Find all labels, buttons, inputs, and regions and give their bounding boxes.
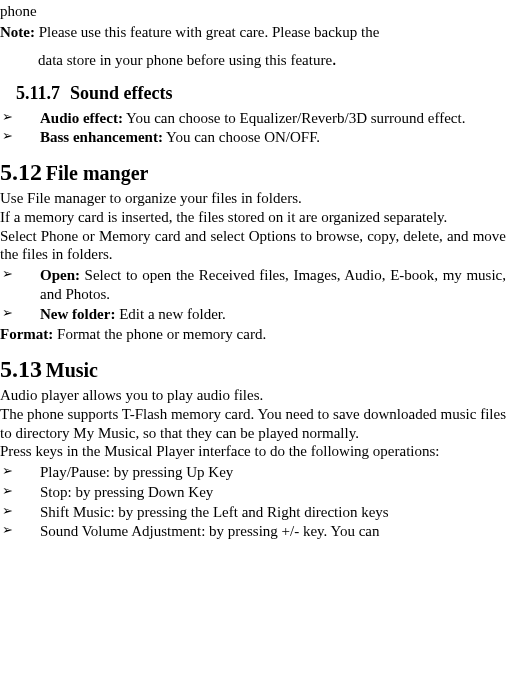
list-item: Stop: by pressing Down Key	[0, 483, 506, 502]
list-item: Play/Pause: by pressing Up Key	[0, 463, 506, 482]
heading-5-13-title: Music	[46, 359, 98, 381]
item-text: Stop: by pressing Down Key	[40, 484, 213, 500]
item-label: Bass enhancement:	[40, 129, 163, 145]
list-item: Audio effect: You can choose to Equalize…	[0, 109, 506, 128]
note-label: Note:	[0, 24, 35, 40]
list-5-11-7: Audio effect: You can choose to Equalize…	[0, 109, 506, 148]
list-5-13: Play/Pause: by pressing Up Key Stop: by …	[0, 463, 506, 541]
note-line-2: data store in your phone before using th…	[38, 48, 506, 71]
note-line-1: Note: Please use this feature with great…	[0, 23, 506, 42]
paragraph-5-13-1: Audio player allows you to play audio fi…	[0, 386, 506, 405]
note-dot: .	[332, 49, 337, 69]
format-label: Format:	[0, 326, 53, 342]
paragraph-5-13-2: The phone supports T-Flash memory card. …	[0, 405, 506, 443]
paragraph-5-12-1: Use File manager to organize your files …	[0, 189, 506, 208]
item-label: Open:	[40, 267, 80, 283]
item-text: You can choose to Equalizer/Reverb/3D su…	[123, 110, 466, 126]
paragraph-5-12-2: If a memory card is inserted, the files …	[0, 208, 506, 227]
item-text: Edit a new folder.	[115, 306, 225, 322]
heading-5-13: 5.13 Music	[0, 354, 506, 384]
item-text: Select to open the Received files, Image…	[40, 267, 506, 302]
heading-5-13-num: 5.13	[0, 356, 42, 382]
format-line: Format: Format the phone or memory card.	[0, 325, 506, 344]
list-item: Sound Volume Adjustment: by pressing +/-…	[0, 522, 506, 541]
heading-5-11-7-title: Sound effects	[70, 83, 173, 103]
note-text-2: data store in your phone before using th…	[38, 52, 332, 68]
heading-5-12: 5.12 File manger	[0, 157, 506, 187]
item-label: New folder:	[40, 306, 115, 322]
heading-5-11-7: 5.11.7Sound effects	[16, 82, 506, 105]
document-page: phone Note: Please use this feature with…	[0, 2, 506, 551]
item-label: Audio effect:	[40, 110, 123, 126]
paragraph-5-12-3: Select Phone or Memory card and select O…	[0, 227, 506, 265]
item-text: Shift Music: by pressing the Left and Ri…	[40, 504, 389, 520]
list-item: Open: Select to open the Received files,…	[0, 266, 506, 304]
item-text: You can choose ON/OFF.	[163, 129, 320, 145]
paragraph-5-13-3: Press keys in the Musical Player interfa…	[0, 442, 506, 461]
note-text-1: Please use this feature with great care.…	[35, 24, 379, 40]
heading-5-11-7-num: 5.11.7	[16, 83, 60, 103]
list-5-12: Open: Select to open the Received files,…	[0, 266, 506, 323]
item-text: Sound Volume Adjustment: by pressing +/-…	[40, 523, 379, 539]
list-item: New folder: Edit a new folder.	[0, 305, 506, 324]
heading-5-12-num: 5.12	[0, 159, 42, 185]
list-item: Bass enhancement: You can choose ON/OFF.	[0, 128, 506, 147]
list-item: Shift Music: by pressing the Left and Ri…	[0, 503, 506, 522]
item-text: Play/Pause: by pressing Up Key	[40, 464, 233, 480]
orphan-word-phone: phone	[0, 2, 506, 21]
format-text: Format the phone or memory card.	[53, 326, 266, 342]
heading-5-12-title: File manger	[46, 162, 149, 184]
